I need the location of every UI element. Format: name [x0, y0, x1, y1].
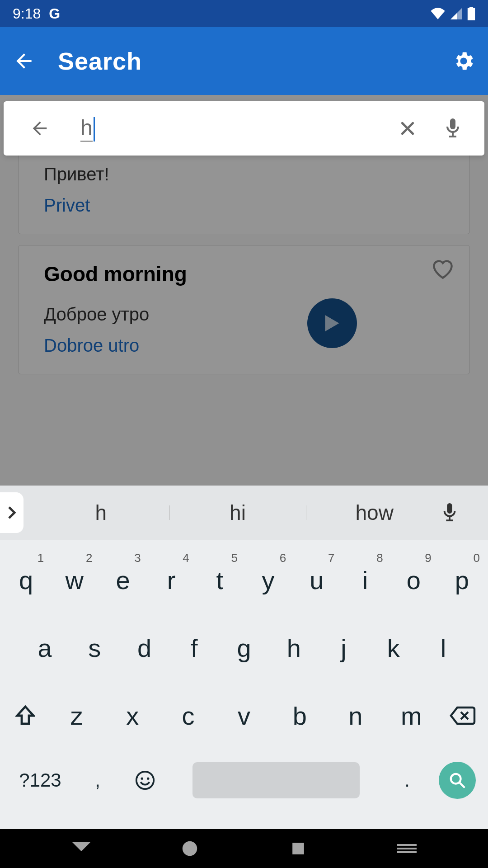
space-key[interactable]	[170, 753, 382, 807]
key-superscript: 6	[280, 551, 286, 565]
key-b[interactable]: b	[272, 684, 328, 747]
key-row-3: zxcvbnm	[2, 682, 486, 750]
key-row-4: ?123 , .	[2, 750, 486, 811]
app-bar: Search	[0, 27, 488, 95]
suggestion[interactable]: hi	[169, 500, 306, 525]
key-i[interactable]: i8	[341, 548, 389, 612]
key-r[interactable]: r4	[147, 548, 196, 612]
suggestion[interactable]: how	[306, 500, 443, 525]
key-row-1: q1w2e3r4t5y6u7i8o9p0	[2, 546, 486, 614]
nav-keyboard-switch-button[interactable]	[393, 835, 420, 862]
key-superscript: 8	[376, 551, 383, 565]
key-q[interactable]: q1	[2, 548, 50, 612]
key-x[interactable]: x	[104, 684, 160, 747]
search-query-text: h	[80, 116, 93, 142]
key-n[interactable]: n	[328, 684, 383, 747]
back-button[interactable]	[13, 50, 35, 72]
key-m[interactable]: m	[384, 684, 439, 747]
comma-key[interactable]: ,	[75, 753, 120, 807]
key-rows: q1w2e3r4t5y6u7i8o9p0 asdfghjkl zxcvbnm ?…	[0, 540, 488, 811]
key-z[interactable]: z	[49, 684, 104, 747]
key-k[interactable]: k	[369, 616, 418, 679]
svg-rect-0	[468, 8, 475, 20]
status-google-indicator: G	[49, 5, 60, 22]
svg-rect-5	[447, 503, 452, 514]
svg-line-12	[460, 783, 464, 787]
key-s[interactable]: s	[70, 616, 119, 679]
search-field[interactable]: h	[4, 101, 484, 156]
key-u[interactable]: u7	[292, 548, 341, 612]
wifi-icon	[430, 8, 446, 19]
key-d[interactable]: d	[119, 616, 169, 679]
search-back-button[interactable]	[26, 118, 53, 139]
keyboard: h hi how q1w2e3r4t5y6u7i8o9p0 asdfghjkl …	[0, 486, 488, 829]
key-o[interactable]: o9	[389, 548, 438, 612]
key-superscript: 0	[474, 551, 480, 565]
key-h[interactable]: h	[269, 616, 319, 679]
text-cursor	[94, 117, 95, 142]
key-superscript: 7	[328, 551, 334, 565]
key-f[interactable]: f	[169, 616, 219, 679]
key-a[interactable]: a	[20, 616, 70, 679]
settings-button[interactable]	[452, 49, 475, 73]
navigation-bar	[0, 829, 488, 868]
key-t[interactable]: t5	[196, 548, 244, 612]
key-w[interactable]: w2	[50, 548, 99, 612]
key-superscript: 3	[134, 551, 141, 565]
svg-rect-2	[450, 118, 455, 129]
suggestion[interactable]: h	[33, 500, 169, 525]
key-superscript: 9	[425, 551, 431, 565]
symbols-key[interactable]: ?123	[5, 753, 75, 807]
svg-point-9	[141, 777, 143, 779]
key-e[interactable]: e3	[99, 548, 147, 612]
key-superscript: 4	[183, 551, 189, 565]
nav-home-button[interactable]	[176, 835, 203, 862]
search-key[interactable]	[432, 753, 483, 807]
key-superscript: 2	[86, 551, 92, 565]
status-time: 9:18	[13, 5, 41, 22]
svg-rect-1	[469, 7, 473, 8]
page-title: Search	[58, 47, 142, 75]
svg-point-13	[183, 841, 197, 856]
key-row-2: asdfghjkl	[2, 614, 486, 682]
search-input[interactable]: h	[80, 115, 394, 142]
clear-button[interactable]	[394, 119, 421, 137]
period-key[interactable]: .	[382, 753, 432, 807]
expand-suggestions-button[interactable]	[0, 492, 23, 533]
shift-key[interactable]	[2, 689, 49, 743]
battery-icon	[467, 7, 475, 20]
key-v[interactable]: v	[216, 684, 272, 747]
status-bar: 9:18 G	[0, 0, 488, 27]
key-p[interactable]: p0	[438, 548, 486, 612]
suggestion-row: h hi how	[0, 486, 488, 540]
key-superscript: 1	[38, 551, 44, 565]
key-l[interactable]: l	[418, 616, 468, 679]
svg-point-10	[147, 777, 149, 779]
key-superscript: 5	[231, 551, 238, 565]
key-y[interactable]: y6	[244, 548, 292, 612]
svg-point-8	[136, 772, 154, 789]
keyboard-mic-button[interactable]	[443, 503, 488, 522]
voice-search-button[interactable]	[439, 118, 466, 138]
cell-signal-icon	[450, 8, 463, 19]
key-g[interactable]: g	[219, 616, 269, 679]
nav-recents-button[interactable]	[285, 835, 312, 862]
key-j[interactable]: j	[319, 616, 368, 679]
backspace-key[interactable]	[439, 689, 486, 743]
nav-back-button[interactable]	[68, 835, 95, 862]
key-c[interactable]: c	[160, 684, 216, 747]
svg-rect-14	[292, 843, 304, 854]
emoji-key[interactable]	[120, 753, 170, 807]
